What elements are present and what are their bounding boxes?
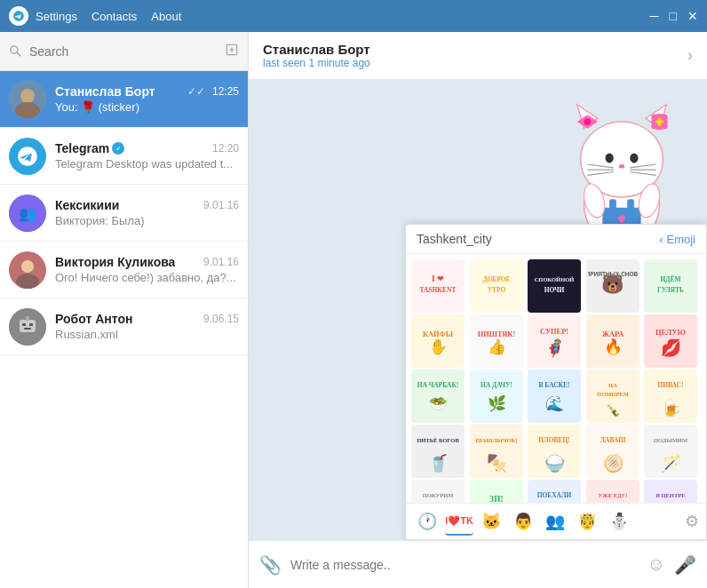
svg-text:ПИВАС!: ПИВАС! (658, 380, 684, 388)
chat-item-robot[interactable]: Робот Антон 9.06.15 Russian.xml (0, 298, 248, 355)
avatar-stanislav (9, 81, 46, 118)
sticker-cell[interactable]: ПОЕХАЛИ🚗 (528, 480, 581, 503)
attach-icon[interactable]: 📎 (259, 554, 282, 576)
svg-text:TASHKENT: TASHKENT (420, 286, 457, 294)
mic-icon[interactable]: 🎤 (674, 554, 696, 576)
chat-item-stanislav[interactable]: Станислав Борт ✓✓ 12:25 You: 🌹 (sticker) (0, 71, 248, 128)
sticker-cell[interactable]: I ❤TASHKENT (411, 259, 465, 313)
chat-area: Станислав Борт last seen 1 minute ago › (249, 32, 707, 588)
svg-text:👍: 👍 (487, 338, 505, 356)
chat-header-chevron[interactable]: › (687, 46, 693, 65)
emoji-back-button[interactable]: ‹ Emoji (659, 233, 695, 246)
svg-text:ПОКУРИМ: ПОКУРИМ (423, 491, 454, 497)
message-input[interactable] (290, 558, 639, 572)
chat-header-name: Станислав Борт (263, 42, 370, 57)
menu-settings[interactable]: Settings (36, 10, 77, 23)
chat-item-keksikiiiii[interactable]: 👥 Кексикиии 9.01.16 Виктория: Была) (0, 185, 248, 242)
sticker-cell[interactable]: ДОБРОЕУТРО (470, 259, 523, 313)
chat-list: Станислав Борт ✓✓ 12:25 You: 🌹 (sticker) (0, 71, 248, 588)
chat-preview-stanislav: You: 🌹 (sticker) (55, 100, 239, 114)
chevron-left-icon: ‹ (659, 233, 663, 246)
sticker-settings-icon[interactable]: ⚙ (685, 512, 699, 531)
avatar-keksikiiiii: 👥 (9, 195, 46, 232)
sticker-tab-clock[interactable]: 🕐 (413, 507, 441, 536)
sticker-tab-tashkent[interactable]: I❤️TK (445, 507, 473, 536)
close-button[interactable]: ✕ (687, 10, 698, 22)
sticker-pack-name: Tashkent_city (417, 232, 492, 246)
sticker-cell[interactable]: УЖЕ ЕДУ!🏃 (586, 480, 639, 503)
emoji-icon[interactable]: ☺ (647, 554, 665, 575)
svg-rect-16 (26, 316, 29, 321)
svg-rect-40 (609, 199, 616, 214)
svg-text:СПОКОЙНОЙ: СПОКОЙНОЙ (535, 276, 575, 282)
sticker-cell[interactable]: ЗП!💰 (470, 480, 523, 503)
sticker-cell[interactable]: СПОКОЙНОЙНОЧИ (528, 259, 581, 313)
chat-name-victoria: Виктория Куликова (55, 255, 175, 269)
chat-preview-keksikiiiii: Виктория: Была) (55, 214, 239, 227)
sticker-cell[interactable]: ПРИЯТНЫХ СНОВ!🐻 (586, 259, 639, 313)
svg-rect-15 (24, 328, 31, 330)
sticker-cell[interactable]: ПЛОВЕЦ!🍚 (528, 425, 581, 478)
titlebar: Settings Contacts About ─ □ ✕ (0, 0, 707, 32)
avatar-telegram (9, 138, 46, 175)
chat-item-victoria[interactable]: Виктория Куликова 9.01.16 Ого! Ничего се… (0, 242, 248, 298)
sticker-tab-kitty[interactable]: 🐱 (477, 507, 505, 536)
svg-text:ПОМПРЕМ: ПОМПРЕМ (597, 391, 629, 397)
menu-contacts[interactable]: Contacts (91, 10, 137, 23)
sticker-cell[interactable]: НА ЧАРБАК!🥗 (411, 369, 465, 423)
sticker-cell[interactable]: В БАСКЕ!🌊 (528, 369, 581, 423)
sticker-cell[interactable]: ЦЕЛУЮ💋 (644, 314, 697, 368)
sticker-tab-face2[interactable]: 👥 (541, 507, 569, 536)
sticker-cell[interactable]: НИШТЯК!👍 (470, 314, 523, 368)
svg-point-23 (651, 115, 658, 122)
svg-text:🍢: 🍢 (486, 452, 507, 473)
sticker-tab-face3[interactable]: 🤴 (573, 507, 601, 536)
window-controls: ─ □ ✕ (650, 10, 698, 22)
chat-header-info: Станислав Борт last seen 1 minute ago (263, 42, 370, 69)
sticker-tab-face1[interactable]: 👨 (509, 507, 537, 536)
sticker-cell[interactable]: В ЦЕНТРЕ🏙 (644, 480, 697, 503)
sticker-cell[interactable]: ЦАПОМПРЕМ🍾 (586, 369, 639, 423)
svg-text:ЖАРА: ЖАРА (602, 330, 624, 338)
search-input[interactable] (29, 44, 218, 59)
sticker-cell[interactable]: ЖАРА🔥 (586, 314, 639, 368)
sticker-tab-snowman[interactable]: ⛄ (605, 507, 633, 536)
sticker-cell[interactable]: ПОДЫМИМ🪄 (644, 425, 697, 478)
main-layout: Станислав Борт ✓✓ 12:25 You: 🌹 (sticker) (0, 32, 707, 588)
svg-rect-13 (22, 323, 26, 326)
minimize-button[interactable]: ─ (650, 10, 659, 22)
sticker-cell[interactable]: ШАШЛЫЧОК!🍢 (470, 425, 523, 478)
svg-point-4 (20, 89, 35, 103)
sticker-cell[interactable]: КАЙФЫ✋ (411, 314, 465, 368)
svg-point-28 (630, 154, 638, 163)
svg-text:ЗП!: ЗП! (489, 495, 503, 503)
chat-time-victoria: 9.01.16 (203, 256, 239, 268)
svg-text:УТРО: УТРО (487, 286, 505, 294)
sticker-cell[interactable]: ИДЁМГУЛЯТЬ (644, 259, 697, 313)
sticker-cell[interactable]: ПОКУРИМ💨 (411, 480, 465, 503)
svg-point-38 (584, 118, 592, 125)
app-logo (9, 6, 28, 26)
chat-info-stanislav: Станислав Борт ✓✓ 12:25 You: 🌹 (sticker) (55, 84, 239, 114)
sticker-grid: I ❤TASHKENTДОБРОЕУТРОСПОКОЙНОЙНОЧИПРИЯТН… (406, 254, 706, 503)
svg-text:ПИТЬЁ БОГОВ: ПИТЬЁ БОГОВ (417, 436, 459, 442)
maximize-button[interactable]: □ (670, 10, 677, 22)
svg-text:УЖЕ ЕДУ!: УЖЕ ЕДУ! (598, 491, 627, 497)
svg-text:ЦА: ЦА (608, 381, 617, 387)
chat-item-telegram[interactable]: Telegram ✓ 12:20 Telegram Desktop was up… (0, 128, 248, 185)
sticker-cell[interactable]: СУПЕР!🦸 (528, 314, 581, 368)
sticker-cell[interactable]: НА ДАЧУ!🌿 (470, 369, 523, 423)
compose-icon[interactable] (225, 43, 239, 60)
svg-text:💋: 💋 (661, 338, 682, 358)
svg-text:I ❤: I ❤ (432, 274, 444, 283)
chat-info-victoria: Виктория Куликова 9.01.16 Ого! Ничего се… (55, 255, 239, 284)
sticker-cell[interactable]: ЛАВАШ🫓 (586, 425, 639, 478)
input-bar: 📎 ☺ 🎤 (249, 540, 707, 588)
search-icon (9, 44, 22, 58)
sticker-cell[interactable]: ПИТЬЁ БОГОВ🥤 (411, 425, 465, 478)
sticker-cell[interactable]: ПИВАС!🍺 (644, 369, 697, 423)
chat-name-telegram: Telegram (55, 141, 109, 155)
menu-about[interactable]: About (151, 10, 181, 23)
svg-text:НИШТЯК!: НИШТЯК! (477, 330, 515, 338)
check-icon: ✓✓ (187, 85, 205, 98)
